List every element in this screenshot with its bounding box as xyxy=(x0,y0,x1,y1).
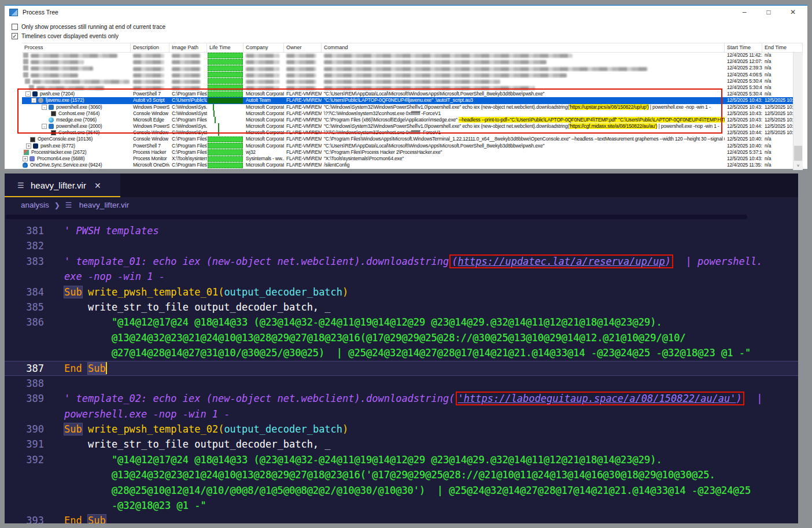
column-header-image-path[interactable]: Image Path xyxy=(169,43,207,52)
code-line-wrap[interactable]: @27@14@28@14@27@31@10/@30@25/@30@25) | @… xyxy=(5,345,798,360)
code-line-383[interactable]: 383' template_01: echo iex (new-object n… xyxy=(5,254,798,269)
code-line-wrap[interactable]: @13@24@32@23@21@24@10@13@28@29@27@18@23@… xyxy=(5,467,798,482)
redacted-text xyxy=(172,60,201,64)
start-time-cell: 12/5/2025 10:43:... xyxy=(725,156,762,162)
column-header-owner[interactable]: Owner xyxy=(284,43,322,52)
start-time-cell: 12/4/2025 5:30:4... xyxy=(725,91,762,97)
code-area: 381' PWSH templates382383' template_01: … xyxy=(5,219,798,523)
process-row-redacted[interactable]: 12/4/2025 11:42:...n/a xyxy=(22,52,803,58)
code-line-387[interactable]: 387End Sub xyxy=(5,361,798,376)
column-header-end-time[interactable]: End Time xyxy=(762,43,803,52)
blur-icon xyxy=(23,59,28,64)
command-cell: /silentConfig xyxy=(322,162,725,168)
process-row-powershell.exe[interactable]: -powershell.exe (2000)Windows PowerS...C… xyxy=(22,123,803,130)
code-line-wrap[interactable]: @28@25@10@12@14/@10/@0@8/@1@5@0@8@2@2/@1… xyxy=(5,483,798,498)
process-row-ljavenu.exe[interactable]: -ljavenu.exe (1572)AutoIt v3 ScriptC:\Us… xyxy=(22,97,803,104)
checkbox-row-timelines[interactable]: ✓ Timelines cover displayed events only xyxy=(12,31,807,40)
process-row-redacted[interactable]: 12/4/2025 12:07:...n/a xyxy=(22,58,803,65)
code-line-wrap[interactable]: -@32@18@23 @1 -" xyxy=(5,498,798,513)
code-line-wrap[interactable]: @13@24@32@23@21@24@10@13@28@29@27@18@23@… xyxy=(5,330,798,345)
column-header-start-time[interactable]: Start Time xyxy=(725,43,762,52)
column-header-description[interactable]: Description xyxy=(131,43,169,52)
owner-cell xyxy=(284,58,322,65)
file-icon: ☰ xyxy=(65,201,74,209)
process-row-pwsh.exe[interactable]: +pwsh.exe (6772)PowerShell 7C:\Program F… xyxy=(22,143,803,149)
process-name: ProcessHacker.exe (2672) xyxy=(31,149,86,156)
expander-icon[interactable]: - xyxy=(25,91,31,97)
breadcrumb-folder[interactable]: analysis xyxy=(21,201,49,209)
redacted-text xyxy=(133,73,164,77)
process-row-pwsh.exe[interactable]: -pwsh.exe (7204)PowerShell 7C:\Program F… xyxy=(22,91,803,97)
redacted-text xyxy=(286,73,316,77)
column-header-process[interactable]: Process xyxy=(22,43,131,52)
description-cell: Microsoft OneDriv... xyxy=(131,162,169,168)
code-line-385[interactable]: 385 write_str_to_file output_decoder_bat… xyxy=(5,300,798,315)
life-time-bar xyxy=(207,156,243,162)
text-cursor xyxy=(106,362,107,374)
checkbox-running-only[interactable] xyxy=(12,24,18,30)
code-line-381[interactable]: 381' PWSH templates xyxy=(5,223,798,238)
image-path-cell: C:\Program Files\... xyxy=(169,143,207,149)
process-row-OneDrive.Sync.Service.exe[interactable]: OneDrive.Sync.Service.exe (9424)Microsof… xyxy=(22,162,803,168)
breadcrumb-file[interactable]: heavy_lifter.vir xyxy=(79,201,129,209)
redacted-text xyxy=(172,54,201,58)
code-line-wrap[interactable]: powershell.exe -nop -win 1 - xyxy=(5,407,798,422)
process-row-Conhost.exe[interactable]: Conhost.exe (3640)Console Window ...C:\W… xyxy=(22,130,803,136)
process-row-redacted[interactable]: 12/4/2025 5:30:4...n/a xyxy=(22,78,803,84)
description-cell: Console Window ... xyxy=(131,130,169,136)
process-row-OpenConsole.exe[interactable]: OpenConsole.exe (10136)Console Window ..… xyxy=(22,136,803,142)
code-line-wrap[interactable]: exe -nop -win 1 - xyxy=(5,269,798,284)
maximize-icon[interactable]: □ xyxy=(765,8,773,16)
scrollbar-thumb[interactable] xyxy=(794,146,802,161)
scroll-down-icon[interactable]: ˅ xyxy=(793,161,803,170)
code-line-388[interactable]: 388 xyxy=(5,376,798,391)
code-line-391[interactable]: 391 write_str_to_file output_decoder_bat… xyxy=(5,437,798,452)
minimize-icon[interactable]: – xyxy=(740,8,748,16)
code-line-386[interactable]: 386 "@14@12@17@24 @18@14@33 (@23@14@32-@… xyxy=(5,315,798,330)
url-link[interactable]: https://updatec.lat/a/reserva/up/up xyxy=(458,256,665,267)
code-line-392[interactable]: 392 "@14@12@17@24 @18@14@33 (@23@14@32-@… xyxy=(5,452,798,467)
expander-icon[interactable]: - xyxy=(42,124,47,129)
horizontal-scrollbar[interactable] xyxy=(6,215,747,219)
owner-cell: FLARE-VM\REM xyxy=(284,156,322,162)
process-row-redacted[interactable]: 12/4/2025 4:06:5...n/a xyxy=(22,72,803,78)
process-row-Procmon64.exe[interactable]: +Procmon64.exe (5688)Process MonitorX:\T… xyxy=(22,156,803,162)
process-row-powershell.exe[interactable]: -powershell.exe (3060)Windows PowerS...C… xyxy=(22,104,803,110)
redacted-text xyxy=(286,60,316,64)
expander-icon[interactable]: + xyxy=(23,156,28,161)
expander-icon[interactable]: - xyxy=(31,98,36,103)
expander-icon[interactable]: - xyxy=(42,105,47,110)
process-row-ProcessHacker.exe[interactable]: ProcessHacker.exe (2672)Process HackerC:… xyxy=(22,149,803,156)
tab-close-icon[interactable]: ✕ xyxy=(94,181,101,190)
url-link[interactable]: 'https://labodeguitaup.space/a/08/150822… xyxy=(458,393,736,404)
column-header-company[interactable]: Company xyxy=(243,43,284,52)
code-line-382[interactable]: 382 xyxy=(5,238,798,253)
column-header-command[interactable]: Command xyxy=(322,43,725,52)
vertical-scrollbar[interactable]: ˄ ˅ xyxy=(793,43,803,170)
expander-icon[interactable]: + xyxy=(26,143,31,149)
process-row-Conhost.exe[interactable]: Conhost.exe (7464)Console Window ...C:\W… xyxy=(22,110,803,117)
line-number: 393 xyxy=(5,513,44,523)
owner-cell xyxy=(284,72,322,78)
redacted-text xyxy=(246,73,279,77)
process-row-redacted[interactable]: 12/4/2025 5:30:4...n/a xyxy=(22,84,803,91)
tab-heavy-lifter[interactable]: ☰ heavy_lifter.vir ✕ xyxy=(5,173,120,197)
checkbox-row-running-only[interactable]: Only show processes still running at end… xyxy=(12,22,807,31)
process-name: Conhost.exe (3640) xyxy=(58,130,99,136)
column-header-life-time[interactable]: Life Time xyxy=(207,43,243,52)
process-row-redacted[interactable]: 12/4/2025 2:39:3...n/a xyxy=(22,65,803,71)
code-line-390[interactable]: 390Sub write_pwsh_template_02(output_dec… xyxy=(5,422,798,437)
line-number: 382 xyxy=(5,238,44,253)
redacted-text xyxy=(286,67,316,71)
redacted-text xyxy=(36,86,105,90)
close-icon[interactable]: ✕ xyxy=(789,8,797,16)
code-line-393[interactable]: 393End Sub xyxy=(5,513,798,523)
command-cell: "C:\Program Files (x86)\Microsoft\Edge\A… xyxy=(322,117,725,123)
code-line-389[interactable]: 389' template_02: echo iex (new-object n… xyxy=(5,391,798,406)
checkbox-timelines[interactable]: ✓ xyxy=(12,33,18,39)
company-cell xyxy=(243,58,284,65)
process-row-msedge.exe[interactable]: msedge.exe (7096)Microsoft EdgeC:\Progra… xyxy=(22,117,803,123)
code-line-384[interactable]: 384Sub write_pwsh_template_01(output_dec… xyxy=(5,285,798,300)
powershell-icon xyxy=(49,105,54,110)
company-cell: Microsoft Corporat... xyxy=(243,123,284,130)
